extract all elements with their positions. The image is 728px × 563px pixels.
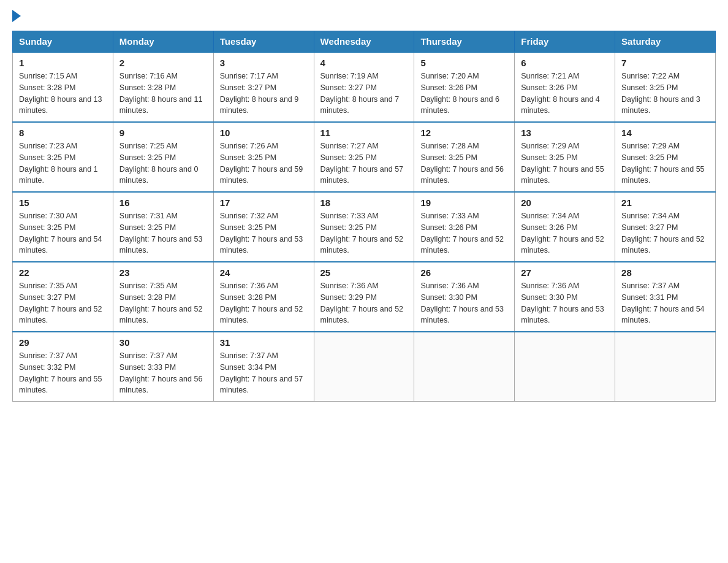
day-info: Sunrise: 7:25 AMSunset: 3:25 PMDaylight:… [119, 140, 207, 186]
logo [12, 12, 21, 20]
weekday-header-friday: Friday [515, 31, 615, 53]
day-info: Sunrise: 7:28 AMSunset: 3:25 PMDaylight:… [420, 140, 508, 186]
day-number: 31 [220, 337, 308, 348]
day-info: Sunrise: 7:37 AMSunset: 3:32 PMDaylight:… [19, 350, 107, 396]
calendar-cell: 4Sunrise: 7:19 AMSunset: 3:27 PMDaylight… [314, 52, 414, 122]
weekday-header-wednesday: Wednesday [314, 31, 414, 53]
day-number: 26 [420, 267, 508, 278]
day-number: 11 [320, 128, 408, 138]
day-number: 12 [420, 128, 508, 138]
calendar-cell: 21Sunrise: 7:34 AMSunset: 3:27 PMDayligh… [615, 192, 716, 262]
day-number: 20 [521, 197, 609, 208]
calendar-cell [314, 332, 414, 402]
calendar-cell: 29Sunrise: 7:37 AMSunset: 3:32 PMDayligh… [13, 332, 113, 402]
day-number: 21 [621, 197, 709, 208]
day-number: 14 [621, 128, 709, 138]
calendar-cell: 5Sunrise: 7:20 AMSunset: 3:26 PMDaylight… [414, 52, 515, 122]
day-info: Sunrise: 7:34 AMSunset: 3:27 PMDaylight:… [621, 210, 709, 256]
calendar-cell: 1Sunrise: 7:15 AMSunset: 3:28 PMDaylight… [13, 52, 113, 122]
day-number: 25 [320, 267, 408, 278]
calendar-cell [414, 332, 515, 402]
day-info: Sunrise: 7:21 AMSunset: 3:26 PMDaylight:… [521, 71, 609, 117]
day-info: Sunrise: 7:29 AMSunset: 3:25 PMDaylight:… [621, 140, 709, 186]
day-info: Sunrise: 7:26 AMSunset: 3:25 PMDaylight:… [220, 140, 308, 186]
calendar-cell: 19Sunrise: 7:33 AMSunset: 3:26 PMDayligh… [414, 192, 515, 262]
weekday-header-row: SundayMondayTuesdayWednesdayThursdayFrid… [13, 31, 716, 53]
calendar-cell: 28Sunrise: 7:37 AMSunset: 3:31 PMDayligh… [615, 262, 716, 332]
day-number: 6 [521, 58, 609, 68]
calendar-cell: 13Sunrise: 7:29 AMSunset: 3:25 PMDayligh… [515, 122, 615, 192]
logo-triangle-icon [12, 10, 21, 22]
calendar-cell: 3Sunrise: 7:17 AMSunset: 3:27 PMDaylight… [213, 52, 314, 122]
calendar-cell: 15Sunrise: 7:30 AMSunset: 3:25 PMDayligh… [13, 192, 113, 262]
calendar-week-row: 8Sunrise: 7:23 AMSunset: 3:25 PMDaylight… [13, 122, 716, 192]
calendar-cell [515, 332, 615, 402]
day-info: Sunrise: 7:36 AMSunset: 3:28 PMDaylight:… [220, 280, 308, 326]
weekday-header-saturday: Saturday [615, 31, 716, 53]
calendar-cell: 9Sunrise: 7:25 AMSunset: 3:25 PMDaylight… [113, 122, 213, 192]
day-number: 16 [119, 197, 207, 208]
page-header [12, 12, 716, 20]
calendar-table: SundayMondayTuesdayWednesdayThursdayFrid… [12, 31, 716, 402]
calendar-cell: 27Sunrise: 7:36 AMSunset: 3:30 PMDayligh… [515, 262, 615, 332]
weekday-header-tuesday: Tuesday [213, 31, 314, 53]
day-number: 18 [320, 197, 408, 208]
day-info: Sunrise: 7:36 AMSunset: 3:30 PMDaylight:… [420, 280, 508, 326]
day-number: 27 [521, 267, 609, 278]
day-number: 3 [220, 58, 308, 68]
day-info: Sunrise: 7:33 AMSunset: 3:25 PMDaylight:… [320, 210, 408, 256]
day-info: Sunrise: 7:22 AMSunset: 3:25 PMDaylight:… [621, 71, 709, 117]
day-info: Sunrise: 7:35 AMSunset: 3:28 PMDaylight:… [119, 280, 207, 326]
calendar-cell: 25Sunrise: 7:36 AMSunset: 3:29 PMDayligh… [314, 262, 414, 332]
day-number: 1 [19, 58, 107, 68]
day-number: 29 [19, 337, 107, 348]
calendar-cell: 10Sunrise: 7:26 AMSunset: 3:25 PMDayligh… [213, 122, 314, 192]
day-info: Sunrise: 7:29 AMSunset: 3:25 PMDaylight:… [521, 140, 609, 186]
day-info: Sunrise: 7:34 AMSunset: 3:26 PMDaylight:… [521, 210, 609, 256]
day-info: Sunrise: 7:36 AMSunset: 3:29 PMDaylight:… [320, 280, 408, 326]
day-info: Sunrise: 7:15 AMSunset: 3:28 PMDaylight:… [19, 71, 107, 117]
calendar-cell: 20Sunrise: 7:34 AMSunset: 3:26 PMDayligh… [515, 192, 615, 262]
day-number: 4 [320, 58, 408, 68]
calendar-cell: 12Sunrise: 7:28 AMSunset: 3:25 PMDayligh… [414, 122, 515, 192]
calendar-cell: 26Sunrise: 7:36 AMSunset: 3:30 PMDayligh… [414, 262, 515, 332]
calendar-cell: 30Sunrise: 7:37 AMSunset: 3:33 PMDayligh… [113, 332, 213, 402]
calendar-cell: 23Sunrise: 7:35 AMSunset: 3:28 PMDayligh… [113, 262, 213, 332]
day-number: 23 [119, 267, 207, 278]
weekday-header-sunday: Sunday [13, 31, 113, 53]
day-info: Sunrise: 7:20 AMSunset: 3:26 PMDaylight:… [420, 71, 508, 117]
day-number: 13 [521, 128, 609, 138]
day-info: Sunrise: 7:31 AMSunset: 3:25 PMDaylight:… [119, 210, 207, 256]
day-number: 9 [119, 128, 207, 138]
day-info: Sunrise: 7:17 AMSunset: 3:27 PMDaylight:… [220, 71, 308, 117]
weekday-header-thursday: Thursday [414, 31, 515, 53]
calendar-cell [615, 332, 716, 402]
day-number: 10 [220, 128, 308, 138]
day-info: Sunrise: 7:37 AMSunset: 3:34 PMDaylight:… [220, 350, 308, 396]
day-number: 22 [19, 267, 107, 278]
day-number: 15 [19, 197, 107, 208]
day-info: Sunrise: 7:32 AMSunset: 3:25 PMDaylight:… [220, 210, 308, 256]
day-info: Sunrise: 7:36 AMSunset: 3:30 PMDaylight:… [521, 280, 609, 326]
calendar-cell: 8Sunrise: 7:23 AMSunset: 3:25 PMDaylight… [13, 122, 113, 192]
calendar-cell: 2Sunrise: 7:16 AMSunset: 3:28 PMDaylight… [113, 52, 213, 122]
day-info: Sunrise: 7:33 AMSunset: 3:26 PMDaylight:… [420, 210, 508, 256]
calendar-week-row: 15Sunrise: 7:30 AMSunset: 3:25 PMDayligh… [13, 192, 716, 262]
calendar-week-row: 1Sunrise: 7:15 AMSunset: 3:28 PMDaylight… [13, 52, 716, 122]
day-info: Sunrise: 7:35 AMSunset: 3:27 PMDaylight:… [19, 280, 107, 326]
day-number: 30 [119, 337, 207, 348]
calendar-cell: 6Sunrise: 7:21 AMSunset: 3:26 PMDaylight… [515, 52, 615, 122]
day-number: 17 [220, 197, 308, 208]
calendar-cell: 17Sunrise: 7:32 AMSunset: 3:25 PMDayligh… [213, 192, 314, 262]
day-info: Sunrise: 7:16 AMSunset: 3:28 PMDaylight:… [119, 71, 207, 117]
day-info: Sunrise: 7:37 AMSunset: 3:33 PMDaylight:… [119, 350, 207, 396]
calendar-cell: 16Sunrise: 7:31 AMSunset: 3:25 PMDayligh… [113, 192, 213, 262]
calendar-cell: 14Sunrise: 7:29 AMSunset: 3:25 PMDayligh… [615, 122, 716, 192]
calendar-cell: 24Sunrise: 7:36 AMSunset: 3:28 PMDayligh… [213, 262, 314, 332]
day-info: Sunrise: 7:19 AMSunset: 3:27 PMDaylight:… [320, 71, 408, 117]
calendar-cell: 22Sunrise: 7:35 AMSunset: 3:27 PMDayligh… [13, 262, 113, 332]
calendar-week-row: 29Sunrise: 7:37 AMSunset: 3:32 PMDayligh… [13, 332, 716, 402]
day-number: 28 [621, 267, 709, 278]
weekday-header-monday: Monday [113, 31, 213, 53]
day-number: 19 [420, 197, 508, 208]
